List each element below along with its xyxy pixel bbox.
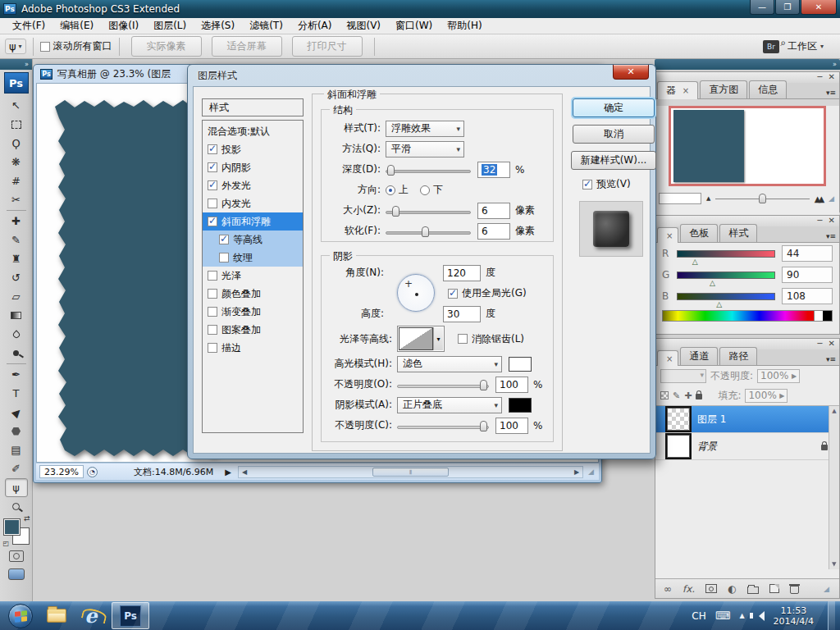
gloss-contour-picker[interactable]: ▾ bbox=[397, 326, 445, 352]
lasso-tool[interactable]: Ϙ bbox=[5, 134, 28, 153]
scroll-right-icon[interactable]: ▶ bbox=[571, 468, 582, 476]
lock-paint-icon[interactable]: ✎ bbox=[673, 390, 680, 401]
eyedropper-tool[interactable]: ✐ bbox=[5, 459, 28, 478]
tab-styles[interactable]: 样式 bbox=[719, 224, 757, 242]
resize-grip-icon[interactable]: ◢ bbox=[827, 194, 836, 203]
hand-tool[interactable]: ψ bbox=[5, 478, 28, 497]
shadow-color-swatch[interactable] bbox=[509, 398, 532, 413]
status-menu-arrow-icon[interactable]: ▶ bbox=[225, 468, 231, 477]
style-item-bevel-emboss[interactable]: 斜面和浮雕 bbox=[203, 212, 303, 231]
default-colors-icon[interactable]: ◰ bbox=[3, 540, 10, 547]
scroll-left-icon[interactable]: ◀ bbox=[239, 468, 250, 476]
menu-view[interactable]: 视图(V) bbox=[339, 19, 388, 33]
slice-tool[interactable]: ✂ bbox=[5, 190, 28, 209]
tab-info[interactable]: 信息 bbox=[749, 80, 787, 98]
menu-analysis[interactable]: 分析(A) bbox=[290, 19, 340, 33]
healing-brush-tool[interactable]: ✚ bbox=[5, 212, 28, 231]
technique-select[interactable]: 平滑 ▾ bbox=[386, 141, 464, 158]
checkbox[interactable] bbox=[208, 307, 217, 317]
style-item-contour[interactable]: 等高线 bbox=[203, 231, 303, 249]
quick-selection-tool[interactable]: ❋ bbox=[5, 153, 28, 171]
foreground-color[interactable] bbox=[4, 519, 20, 535]
shadow-opacity-field[interactable]: 100 bbox=[495, 418, 528, 434]
size-slider[interactable] bbox=[386, 205, 471, 217]
workspace-button[interactable]: 工作区 ▾ bbox=[788, 39, 824, 53]
layer1-thumbnail[interactable] bbox=[667, 408, 690, 431]
toolbox-collapse-icon[interactable]: » bbox=[0, 59, 32, 70]
delete-layer-icon[interactable] bbox=[790, 586, 799, 594]
pen-tool[interactable]: ✒ bbox=[5, 365, 28, 384]
shadow-opacity-slider[interactable] bbox=[397, 420, 489, 431]
angle-field[interactable]: 120 bbox=[443, 265, 481, 281]
angle-dial[interactable]: + bbox=[397, 274, 435, 312]
tool-preset-picker[interactable]: ψ ▾ bbox=[5, 39, 26, 54]
checkbox[interactable] bbox=[208, 180, 217, 190]
scrollbar-track[interactable]: ⦀ bbox=[250, 467, 571, 477]
preview-checkbox[interactable] bbox=[582, 180, 592, 189]
new-group-icon[interactable] bbox=[747, 587, 759, 594]
gradient-tool[interactable] bbox=[5, 306, 28, 325]
resize-grip-icon[interactable]: ◢ bbox=[587, 468, 596, 476]
depth-field[interactable]: 32 bbox=[477, 162, 510, 178]
panel-menu-icon[interactable]: ▾≡ bbox=[826, 232, 836, 240]
lock-transparency-icon[interactable] bbox=[660, 391, 669, 399]
background-name[interactable]: 背景 bbox=[697, 440, 717, 454]
move-tool[interactable]: ↖ bbox=[5, 96, 28, 115]
global-light-checkbox[interactable] bbox=[448, 289, 458, 299]
background-thumbnail[interactable] bbox=[667, 435, 690, 458]
white-swatch[interactable] bbox=[814, 311, 823, 321]
zoom-slider-thumb[interactable] bbox=[759, 194, 766, 203]
highlight-mode-select[interactable]: 滤色 ▾ bbox=[397, 356, 502, 372]
tab-swatches[interactable]: 色板 bbox=[680, 224, 718, 242]
checkbox[interactable] bbox=[208, 343, 217, 353]
notes-tool[interactable]: ▤ bbox=[5, 441, 28, 459]
swap-colors-icon[interactable]: ⇄ bbox=[24, 514, 30, 523]
quick-mask-button[interactable] bbox=[9, 550, 24, 562]
depth-slider[interactable] bbox=[386, 164, 471, 176]
fit-screen-button[interactable]: 适合屏幕 bbox=[212, 36, 282, 57]
keyboard-icon[interactable]: ⌨ bbox=[715, 609, 731, 622]
checkbox[interactable] bbox=[208, 199, 217, 208]
blue-slider[interactable]: △ bbox=[677, 293, 775, 300]
layer-style-fx-icon[interactable]: fx. bbox=[682, 583, 695, 595]
highlight-opacity-thumb[interactable] bbox=[480, 380, 487, 390]
anti-alias-checkbox[interactable] bbox=[458, 334, 468, 344]
tab-channels[interactable]: 通道 bbox=[680, 347, 718, 365]
tab-histogram[interactable]: 直方图 bbox=[700, 80, 747, 98]
zoom-out-mountain-icon[interactable]: ▲ bbox=[706, 195, 710, 202]
size-field[interactable]: 6 bbox=[477, 203, 510, 219]
shadow-mode-select[interactable]: 正片叠底 ▾ bbox=[397, 397, 502, 413]
opacity-arrow-icon[interactable]: ▶ bbox=[792, 372, 797, 380]
blur-tool[interactable] bbox=[5, 325, 28, 344]
style-item-drop-shadow[interactable]: 投影 bbox=[203, 140, 303, 158]
menu-image[interactable]: 图像(I) bbox=[101, 19, 146, 33]
tab-close-icon[interactable]: × bbox=[666, 231, 673, 240]
checkbox[interactable] bbox=[208, 271, 217, 281]
blue-value-field[interactable]: 108 bbox=[782, 288, 833, 304]
tab-layers[interactable]: × bbox=[657, 350, 678, 366]
blue-slider-thumb[interactable]: △ bbox=[716, 301, 722, 308]
style-item-inner-glow[interactable]: 内发光 bbox=[203, 194, 303, 212]
ok-button[interactable]: 确定 bbox=[573, 98, 655, 117]
menu-help[interactable]: 帮助(H) bbox=[440, 19, 489, 33]
blend-mode-select[interactable] bbox=[660, 369, 706, 383]
navigator-preview[interactable] bbox=[669, 106, 826, 186]
panel-menu-icon[interactable]: ▾≡ bbox=[826, 89, 836, 97]
highlight-color-swatch[interactable] bbox=[509, 357, 532, 372]
panel-close-icon[interactable]: ✕ bbox=[829, 72, 835, 83]
scrollbar-thumb[interactable]: ⦀ bbox=[372, 468, 450, 477]
shadow-opacity-thumb[interactable] bbox=[480, 421, 487, 431]
tab-color[interactable]: × bbox=[657, 227, 678, 243]
hidden-icons-arrow[interactable]: ▲ bbox=[739, 612, 744, 619]
style-item-inner-shadow[interactable]: 内阴影 bbox=[203, 158, 303, 176]
zoom-in-mountain-icon[interactable]: ▲▲ bbox=[815, 194, 822, 203]
direction-down-radio[interactable] bbox=[420, 185, 430, 195]
style-item-outer-glow[interactable]: 外发光 bbox=[203, 176, 303, 194]
black-swatch[interactable] bbox=[823, 311, 832, 321]
checkbox[interactable] bbox=[219, 253, 229, 262]
zoom-tool[interactable] bbox=[5, 497, 28, 516]
menu-edit[interactable]: 编辑(E) bbox=[52, 19, 101, 33]
depth-slider-thumb[interactable] bbox=[387, 165, 395, 176]
lock-position-icon[interactable]: ✚ bbox=[684, 390, 692, 401]
volume-icon[interactable] bbox=[754, 611, 765, 621]
